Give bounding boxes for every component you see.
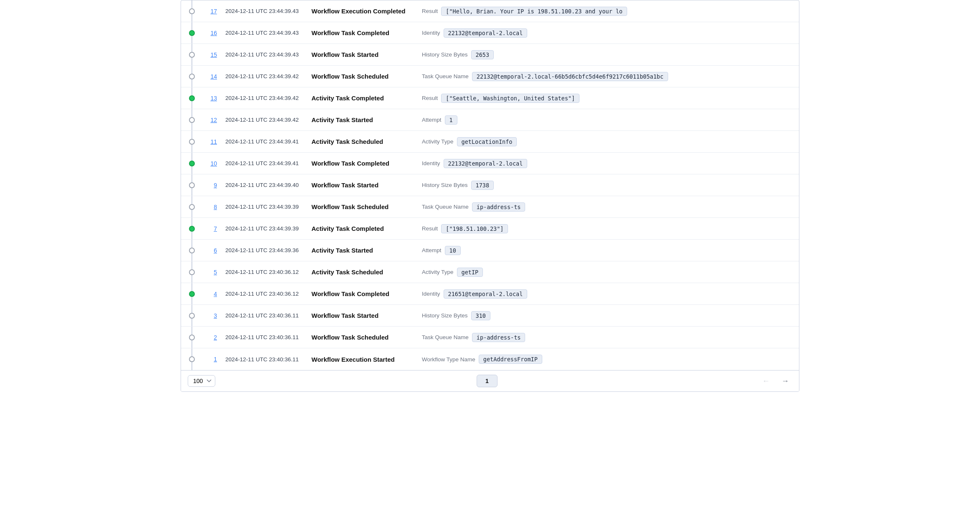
event-time: 2024-12-11 UTC 23:40:36.12 xyxy=(220,291,308,297)
event-number-link[interactable]: 6 xyxy=(214,247,217,254)
event-meta: Identity 22132@temporal-2.local xyxy=(417,25,799,41)
table-row[interactable]: 13 2024-12-11 UTC 23:44:39.42 Activity T… xyxy=(181,87,799,109)
event-number-col: 14 xyxy=(203,73,220,80)
event-meta: Identity 22132@temporal-2.local xyxy=(417,156,799,171)
event-number-link[interactable]: 15 xyxy=(210,51,217,58)
timeline-column xyxy=(181,305,203,326)
timeline-column xyxy=(181,218,203,239)
meta-value-badge: getLocationInfo xyxy=(457,137,517,146)
event-number-link[interactable]: 16 xyxy=(210,30,217,36)
pagination-footer: 102550100 1 ← → xyxy=(181,370,799,391)
table-row[interactable]: 16 2024-12-11 UTC 23:44:39.43 Workflow T… xyxy=(181,22,799,44)
event-number-link[interactable]: 7 xyxy=(214,225,217,232)
meta-label: Activity Type xyxy=(422,138,454,145)
event-number-link[interactable]: 8 xyxy=(214,204,217,210)
event-number-link[interactable]: 17 xyxy=(210,8,217,15)
timeline-dot xyxy=(189,248,195,253)
timeline-dot xyxy=(189,74,195,79)
meta-value-badge: getAddressFromIP xyxy=(479,355,542,364)
timeline-column xyxy=(181,348,203,370)
table-row[interactable]: 4 2024-12-11 UTC 23:40:36.12 Workflow Ta… xyxy=(181,283,799,305)
event-number-link[interactable]: 12 xyxy=(210,117,217,123)
event-time: 2024-12-11 UTC 23:44:39.39 xyxy=(220,225,308,232)
timeline-dot xyxy=(189,139,195,145)
table-row[interactable]: 7 2024-12-11 UTC 23:44:39.39 Activity Ta… xyxy=(181,218,799,240)
next-page-arrow[interactable]: → xyxy=(778,375,792,387)
meta-label: Workflow Type Name xyxy=(422,356,475,363)
meta-value-badge: getIP xyxy=(457,268,483,277)
table-row[interactable]: 9 2024-12-11 UTC 23:44:39.40 Workflow Ta… xyxy=(181,174,799,196)
timeline-column xyxy=(181,0,203,22)
event-meta: Workflow Type Name getAddressFromIP xyxy=(417,351,799,367)
timeline-dot xyxy=(189,117,195,123)
event-meta: History Size Bytes 310 xyxy=(417,308,799,324)
table-row[interactable]: 1 2024-12-11 UTC 23:40:36.11 Workflow Ex… xyxy=(181,348,799,370)
page-size-select[interactable]: 102550100 xyxy=(188,375,215,387)
timeline-column xyxy=(181,327,203,348)
event-number-link[interactable]: 10 xyxy=(210,160,217,167)
event-number-link[interactable]: 14 xyxy=(210,73,217,80)
meta-value-badge: 22132@temporal-2.local xyxy=(444,28,528,38)
event-number-col: 12 xyxy=(203,117,220,123)
timeline-column xyxy=(181,240,203,261)
meta-value-badge: 2653 xyxy=(471,50,494,59)
event-meta: Activity Type getIP xyxy=(417,264,799,280)
table-row[interactable]: 11 2024-12-11 UTC 23:44:39.41 Activity T… xyxy=(181,131,799,153)
timeline-column xyxy=(181,196,203,217)
table-row[interactable]: 12 2024-12-11 UTC 23:44:39.42 Activity T… xyxy=(181,109,799,131)
table-row[interactable]: 8 2024-12-11 UTC 23:44:39.39 Workflow Ta… xyxy=(181,196,799,218)
meta-value-badge: ["Hello, Brian. Your IP is 198.51.100.23… xyxy=(441,7,627,16)
table-row[interactable]: 6 2024-12-11 UTC 23:44:39.36 Activity Ta… xyxy=(181,240,799,261)
event-number-link[interactable]: 13 xyxy=(210,95,217,102)
event-time: 2024-12-11 UTC 23:44:39.43 xyxy=(220,8,308,14)
meta-value-badge: 1 xyxy=(445,115,457,125)
event-meta: History Size Bytes 2653 xyxy=(417,47,799,63)
event-number-link[interactable]: 5 xyxy=(214,269,217,276)
event-number-link[interactable]: 11 xyxy=(210,138,217,145)
event-number-link[interactable]: 4 xyxy=(214,291,217,297)
event-name: Workflow Task Started xyxy=(308,312,417,319)
table-row[interactable]: 15 2024-12-11 UTC 23:44:39.43 Workflow T… xyxy=(181,44,799,66)
meta-label: Result xyxy=(422,8,438,14)
event-number-col: 4 xyxy=(203,291,220,297)
event-meta: History Size Bytes 1738 xyxy=(417,177,799,193)
meta-value-badge: ["Seattle, Washington, United States"] xyxy=(441,94,579,103)
meta-label: Identity xyxy=(422,160,440,166)
table-row[interactable]: 14 2024-12-11 UTC 23:44:39.42 Workflow T… xyxy=(181,66,799,87)
event-name: Activity Task Completed xyxy=(308,95,417,102)
meta-value-badge: ip-address-ts xyxy=(472,202,526,212)
timeline-dot xyxy=(189,313,195,319)
event-time: 2024-12-11 UTC 23:44:39.36 xyxy=(220,247,308,253)
timeline-column xyxy=(181,66,203,87)
event-number-col: 7 xyxy=(203,225,220,232)
event-list-container: 17 2024-12-11 UTC 23:44:39.43 Workflow E… xyxy=(181,0,799,392)
timeline-dot xyxy=(189,182,195,188)
meta-value-badge: 10 xyxy=(445,246,461,255)
meta-value-badge: ip-address-ts xyxy=(472,333,526,342)
table-row[interactable]: 5 2024-12-11 UTC 23:40:36.12 Activity Ta… xyxy=(181,261,799,283)
event-meta: Attempt 1 xyxy=(417,112,799,128)
page-size-selector[interactable]: 102550100 xyxy=(188,375,215,387)
event-time: 2024-12-11 UTC 23:40:36.11 xyxy=(220,356,308,363)
table-row[interactable]: 3 2024-12-11 UTC 23:40:36.11 Workflow Ta… xyxy=(181,305,799,327)
table-row[interactable]: 17 2024-12-11 UTC 23:44:39.43 Workflow E… xyxy=(181,0,799,22)
event-number-col: 3 xyxy=(203,312,220,319)
event-time: 2024-12-11 UTC 23:40:36.11 xyxy=(220,312,308,319)
event-number-link[interactable]: 9 xyxy=(214,182,217,189)
table-row[interactable]: 2 2024-12-11 UTC 23:40:36.11 Workflow Ta… xyxy=(181,327,799,348)
meta-label: History Size Bytes xyxy=(422,182,468,188)
event-name: Workflow Task Started xyxy=(308,51,417,58)
event-name: Activity Task Scheduled xyxy=(308,138,417,145)
event-number-col: 9 xyxy=(203,182,220,189)
event-name: Activity Task Started xyxy=(308,247,417,254)
timeline-dot xyxy=(189,291,195,297)
meta-label: Task Queue Name xyxy=(422,204,469,210)
event-number-link[interactable]: 2 xyxy=(214,334,217,341)
event-number-link[interactable]: 1 xyxy=(214,356,217,363)
meta-label: Attempt xyxy=(422,247,442,253)
prev-page-arrow[interactable]: ← xyxy=(759,375,773,387)
event-meta: Task Queue Name ip-address-ts xyxy=(417,330,799,345)
event-meta: Result ["Seattle, Washington, United Sta… xyxy=(417,90,799,106)
event-number-link[interactable]: 3 xyxy=(214,312,217,319)
table-row[interactable]: 10 2024-12-11 UTC 23:44:39.41 Workflow T… xyxy=(181,153,799,174)
